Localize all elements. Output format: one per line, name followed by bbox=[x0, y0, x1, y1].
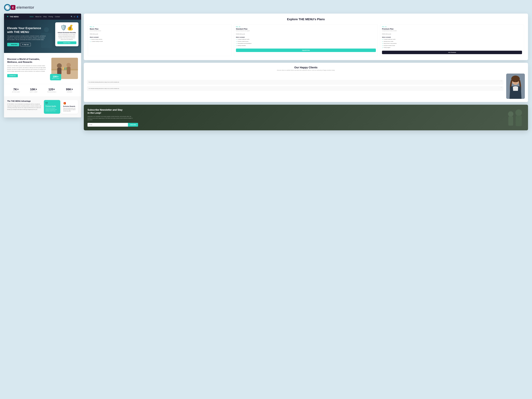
standard-plan-feature-1: ✔ 2 reward credits per month bbox=[236, 39, 376, 40]
check-icon: ✔ bbox=[90, 41, 91, 43]
premium-plan: Plan - 03 Premium Plan Comprehensive mem… bbox=[380, 24, 524, 56]
premium-quality-desc: Only the best cannabis products and life… bbox=[45, 108, 59, 112]
svg-point-20 bbox=[513, 81, 514, 82]
happy-client-label: HAPPY CLIENT bbox=[52, 78, 59, 79]
basic-plan-name: Basic Plan bbox=[90, 28, 230, 30]
advantage-description: At THE MENU, we are dedicated to providi… bbox=[7, 103, 41, 110]
clients-content: I've unlocked amazing discounts on easy … bbox=[87, 74, 525, 99]
wordpress-icon: W bbox=[4, 4, 11, 11]
nav-about[interactable]: About Us bbox=[35, 16, 41, 17]
exclusive-rewards-desc: Enjoy personalized perks and discounts t… bbox=[63, 108, 76, 112]
nav-icons: 🔍 🛒 👤 bbox=[71, 16, 78, 18]
premium-plan-feature-4: ✔ Exclusive member events bbox=[382, 45, 522, 47]
unlock-card-title: Unlock Exclusive Benefits bbox=[57, 32, 76, 33]
unlock-card: 🛡️💰 Unlock Exclusive Benefits Join our m… bbox=[55, 22, 78, 46]
stat-shipment-label: SHIPMENT bbox=[66, 91, 73, 93]
quote-mark-icon-2: " bbox=[500, 86, 502, 90]
stats-section: 7K+ ACTIVE CLIENT 10K+ HAPPY CLIENT 120+… bbox=[4, 84, 81, 96]
svg-rect-15 bbox=[64, 68, 65, 70]
check-icon: ✔ bbox=[382, 45, 383, 47]
svg-rect-16 bbox=[66, 67, 67, 70]
happy-client-number: 10K+ bbox=[52, 75, 59, 78]
site-name: THE MENU bbox=[10, 16, 19, 18]
newsletter-title: Subscribe Newsletter and Stay in the Loo… bbox=[88, 108, 125, 115]
stat-professionals-label: PROFESSIONALS bbox=[47, 91, 56, 93]
standard-plan-badge: Plan - 02 bbox=[236, 26, 376, 27]
standard-plan-subtitle: Enhanced features and support bbox=[236, 30, 376, 32]
search-icon[interactable]: 🔍 bbox=[71, 16, 73, 18]
premium-plan-name: Premium Plan bbox=[382, 28, 522, 30]
exclusive-rewards-title: Exclusive Rewards bbox=[63, 106, 76, 107]
check-icon: ✔ bbox=[382, 43, 383, 44]
subscribe-button[interactable]: Subscribe bbox=[128, 123, 138, 127]
cart-small-icon: 🛒 bbox=[9, 44, 11, 45]
stat-active-client-label: ACTIVE CLIENT bbox=[12, 91, 20, 93]
standard-plan-feature-3: ✔ Personalized recommendations bbox=[236, 43, 376, 44]
svg-rect-11 bbox=[57, 68, 61, 75]
stat-active-client-number: 7K+ bbox=[12, 88, 20, 91]
basic-plan-price: R99.00/month bbox=[90, 32, 230, 35]
svg-point-10 bbox=[57, 63, 62, 68]
basic-plan-badge: Plan - 01 bbox=[90, 26, 230, 27]
explore-plans-button[interactable]: Explore Plans bbox=[57, 41, 76, 44]
stat-happy-client-number: 10K+ bbox=[30, 88, 38, 91]
basic-plan-subtitle: Access essential services bbox=[90, 30, 230, 32]
premium-quality-card: 🛡 Premium Quality Only the best cannabis… bbox=[44, 100, 60, 114]
pricing-card: Explore THE MENU's Plans Plan - 01 Basic… bbox=[84, 13, 528, 60]
leaf-icon: ✦ bbox=[7, 15, 9, 18]
account-icon[interactable]: 👤 bbox=[77, 16, 78, 18]
check-icon: ✔ bbox=[236, 41, 237, 43]
stat-active-client: 7K+ ACTIVE CLIENT bbox=[12, 88, 20, 93]
shield-benefits-icon: 🛡️💰 bbox=[57, 25, 76, 31]
check-icon: ✔ bbox=[90, 39, 91, 40]
check-icon: ✔ bbox=[382, 47, 383, 49]
clients-subtitle: Discover what our satisfied clients say … bbox=[87, 70, 525, 71]
elementor-brand-name: elementor bbox=[17, 5, 34, 10]
nav-pricing[interactable]: Pricing bbox=[49, 16, 53, 17]
premium-plan-included-label: What's included: bbox=[382, 37, 522, 38]
contact-us-button[interactable]: Contact Us bbox=[7, 74, 18, 77]
panels-container: ✦ THE MENU Home About Us Shop Pricing Co… bbox=[4, 13, 528, 130]
nav-contact[interactable]: Contact bbox=[55, 16, 60, 17]
hero-description: Your gateway to premium cannabis product… bbox=[7, 35, 46, 41]
standard-plan: Plan - 02 Standard Plan Enhanced feature… bbox=[234, 24, 378, 56]
check-icon: ✔ bbox=[382, 39, 383, 40]
site-navigation: ✦ THE MENU Home About Us Shop Pricing Co… bbox=[4, 13, 81, 20]
hero-buttons: 🛒 Shop Now! ✎ Sign Up! bbox=[7, 43, 46, 46]
check-icon: ✔ bbox=[236, 45, 237, 47]
nav-home[interactable]: Home bbox=[30, 16, 33, 17]
newsletter-email-input[interactable] bbox=[88, 123, 128, 127]
stat-happy-client: 10K+ HAPPY CLIENT bbox=[30, 88, 38, 93]
newsletter-card: Subscribe Newsletter and Stay in the Loo… bbox=[84, 105, 528, 130]
premium-plan-feature-3: ✔ Early access to new products bbox=[382, 43, 522, 44]
nav-shop[interactable]: Shop bbox=[43, 16, 47, 17]
advantage-cards: 🛡 Premium Quality Only the best cannabis… bbox=[44, 100, 78, 114]
svg-point-24 bbox=[508, 111, 513, 117]
svg-rect-13 bbox=[67, 67, 70, 74]
basic-plan-feature-1: ✔ Access to basic services bbox=[90, 39, 230, 40]
exclusive-rewards-card: 🎁 Exclusive Rewards Enjoy personalized p… bbox=[62, 100, 78, 114]
stat-shipment: 99K+ SHIPMENT bbox=[66, 88, 73, 93]
svg-point-22 bbox=[515, 109, 522, 116]
stat-shipment-number: 99K+ bbox=[66, 88, 73, 91]
discover-section: Discover a World of Cannabis, Wellness, … bbox=[4, 53, 81, 84]
advantage-section: The THE MENU Advantage At THE MENU, we a… bbox=[4, 96, 81, 117]
standard-plan-feature-2: ✔ Premium content access bbox=[236, 41, 376, 43]
upgrade-now-button[interactable]: Upgrade Now bbox=[236, 49, 376, 52]
elementor-icon: E bbox=[11, 5, 15, 10]
stat-professionals-number: 120+ bbox=[47, 88, 56, 91]
cart-icon[interactable]: 🛒 bbox=[74, 16, 76, 18]
newsletter-description: Subscribe to our newsletter for the late… bbox=[88, 116, 133, 121]
nav-links: Home About Us Shop Pricing Contact bbox=[30, 16, 60, 17]
shop-now-button[interactable]: 🛒 Shop Now! bbox=[7, 43, 19, 46]
standard-plan-included-label: What's included: bbox=[236, 37, 376, 38]
testimonial-2-text: I've unlocked amazing discounts on easy … bbox=[89, 88, 502, 89]
join-premium-button[interactable]: Join Premium bbox=[382, 51, 522, 54]
premium-plan-feature-2: ✔ Monthly bonus credits bbox=[382, 41, 522, 43]
sign-up-button[interactable]: ✎ Sign Up! bbox=[20, 43, 31, 46]
pricing-section-title: Explore THE MENU's Plans bbox=[88, 18, 524, 21]
client-photo bbox=[506, 74, 525, 99]
plans-grid: Plan - 01 Basic Plan Access essential se… bbox=[88, 24, 524, 56]
advantage-title: The THE MENU Advantage bbox=[7, 100, 41, 102]
basic-plan-included-label: What's included: bbox=[90, 37, 230, 38]
